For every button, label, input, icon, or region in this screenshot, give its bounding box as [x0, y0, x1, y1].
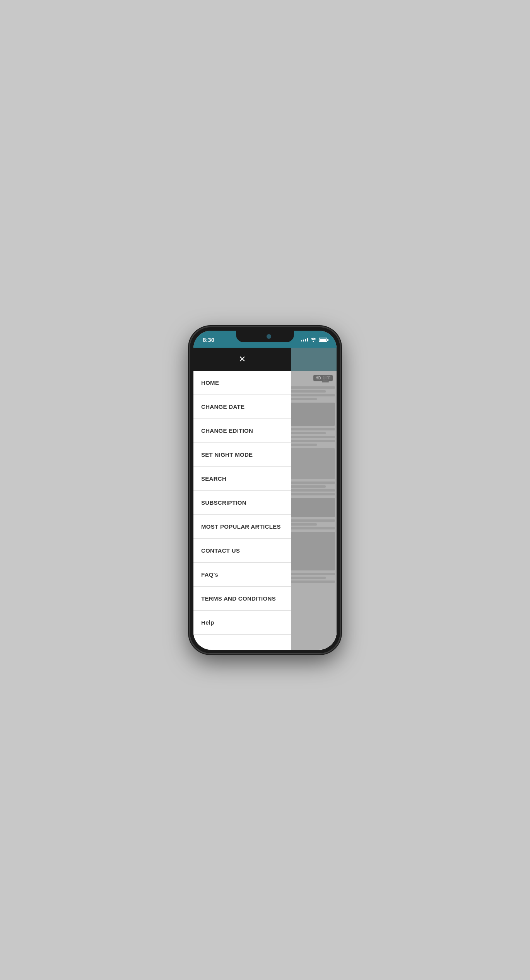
close-button[interactable]: ✕ — [239, 354, 246, 364]
menu-item-contact-us[interactable]: CONTACT US — [193, 539, 291, 563]
menu-item-faqs-label: FAQ's — [201, 571, 218, 578]
menu-item-most-popular-articles-label: MOST POPULAR ARTICLES — [201, 523, 281, 530]
menu-item-home[interactable]: HOME — [193, 371, 291, 395]
notch — [236, 331, 294, 342]
wifi-icon — [310, 337, 316, 343]
status-time: 8:30 — [203, 335, 214, 343]
phone-wrapper: 8:30 — [184, 324, 346, 656]
drawer-overlay: ✕ HOME CHANGE DATE C — [193, 348, 337, 650]
menu-item-most-popular-articles[interactable]: MOST POPULAR ARTICLES — [193, 515, 291, 539]
signal-icon — [301, 338, 308, 341]
menu-item-change-date-label: CHANGE DATE — [201, 403, 244, 410]
drawer-menu: HOME CHANGE DATE CHANGE EDITION SET NIGH… — [193, 371, 291, 650]
menu-item-faqs[interactable]: FAQ's — [193, 563, 291, 587]
drawer-panel: ✕ HOME CHANGE DATE C — [193, 348, 291, 650]
drawer-backdrop[interactable] — [291, 348, 337, 650]
menu-bottom-spacer — [193, 635, 291, 650]
menu-item-search[interactable]: SEARCH — [193, 467, 291, 491]
status-icons — [301, 335, 327, 343]
menu-item-change-edition-label: CHANGE EDITION — [201, 427, 253, 434]
menu-item-help-label: Help — [201, 619, 214, 626]
menu-item-terms-and-conditions-label: TERMS AND CONDITIONS — [201, 595, 276, 602]
menu-item-terms-and-conditions[interactable]: TERMS AND CONDITIONS — [193, 587, 291, 611]
menu-item-change-date[interactable]: CHANGE DATE — [193, 395, 291, 419]
menu-item-set-night-mode[interactable]: SET NIGHT MODE — [193, 443, 291, 467]
menu-item-contact-us-label: CONTACT US — [201, 547, 240, 554]
phone-frame: 8:30 — [190, 327, 340, 654]
menu-item-home-label: HOME — [201, 379, 219, 386]
menu-item-change-edition[interactable]: CHANGE EDITION — [193, 419, 291, 443]
menu-item-search-label: SEARCH — [201, 475, 226, 482]
menu-item-subscription-label: SUBSCRIPTION — [201, 499, 246, 506]
drawer-header: ✕ — [193, 348, 291, 371]
phone-screen: 8:30 — [193, 331, 337, 650]
menu-item-help[interactable]: Help — [193, 611, 291, 635]
menu-item-set-night-mode-label: SET NIGHT MODE — [201, 451, 253, 458]
front-camera — [267, 334, 271, 339]
menu-item-subscription[interactable]: SUBSCRIPTION — [193, 491, 291, 515]
battery-icon — [319, 338, 327, 342]
